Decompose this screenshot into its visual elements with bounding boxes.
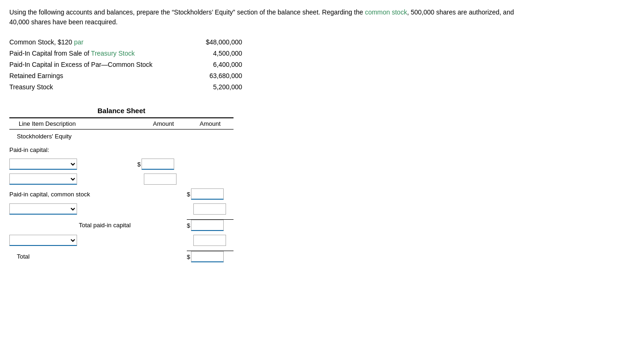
total-row: Total $ <box>9 249 234 264</box>
par-link[interactable]: par <box>74 38 84 46</box>
amount-col-4 <box>187 203 234 215</box>
dropdown-3[interactable] <box>9 203 77 215</box>
total-label: Total <box>9 253 134 260</box>
amount-col-5: $ <box>187 219 234 231</box>
amount-input-4[interactable] <box>193 203 226 215</box>
dropdown-col-2 <box>9 173 134 185</box>
intro-paragraph: Using the following accounts and balance… <box>9 7 523 27</box>
amount-col-7: $ <box>187 251 234 262</box>
intro-text-before: Using the following accounts and balance… <box>9 8 365 16</box>
dropdown-4[interactable] <box>9 235 77 246</box>
dropdown-col-3 <box>9 203 134 215</box>
total-paid-in-label: Total paid-in capital <box>9 222 134 229</box>
stockholders-equity-row: Stockholders' Equity <box>9 130 234 143</box>
table-row: Treasury Stock 5,200,000 <box>9 81 246 93</box>
header-description: Line Item Description <box>9 120 140 127</box>
amount-input-2[interactable] <box>144 173 177 185</box>
account-label-1: Common Stock, $120 par <box>9 36 190 48</box>
account-label-2: Paid-In Capital from Sale of Treasury St… <box>9 48 190 59</box>
account-amount-1: $48,000,000 <box>190 36 246 48</box>
treasury-stock-link[interactable]: Treasury Stock <box>91 50 135 57</box>
dollar-sign-3: $ <box>187 191 190 198</box>
dollar-sign-5: $ <box>187 222 190 229</box>
amount-col-1: $ <box>137 159 184 170</box>
accounts-table: Common Stock, $120 par $48,000,000 Paid-… <box>9 36 246 93</box>
dropdown-2[interactable] <box>9 173 77 185</box>
paid-in-capital-label: Paid-in capital: <box>9 145 234 155</box>
amount-col-3: $ <box>187 188 234 200</box>
dropdown-row-1: $ <box>9 157 234 172</box>
amount-input-1[interactable] <box>142 159 174 170</box>
dropdown-row-3 <box>9 202 234 216</box>
account-amount-2: 4,500,000 <box>190 48 246 59</box>
dropdown-1[interactable] <box>9 159 77 170</box>
header-amount2: Amount <box>187 120 234 127</box>
bs-body: Stockholders' Equity Paid-in capital: $ <box>9 130 234 264</box>
balance-sheet-container: Balance Sheet Line Item Description Amou… <box>9 107 234 264</box>
amount-col-2 <box>137 173 184 185</box>
balance-sheet-title: Balance Sheet <box>9 107 234 118</box>
dollar-sign-7: $ <box>187 253 190 260</box>
bs-header-row: Line Item Description Amount Amount <box>9 118 234 130</box>
total-paid-in-row: Total paid-in capital $ <box>9 217 234 233</box>
account-amount-5: 5,200,000 <box>190 81 246 93</box>
account-label-5: Treasury Stock <box>9 81 190 93</box>
amount-input-5[interactable] <box>191 220 224 231</box>
table-row: Common Stock, $120 par $48,000,000 <box>9 36 246 48</box>
account-label-4: Retained Earnings <box>9 70 190 81</box>
account-amount-4: 63,680,000 <box>190 70 246 81</box>
dollar-sign-1: $ <box>137 161 141 168</box>
paid-in-common-label: Paid-in capital, common stock <box>9 191 134 198</box>
paid-in-common-stock-row: Paid-in capital, common stock $ <box>9 187 234 202</box>
table-row: Paid-In Capital from Sale of Treasury St… <box>9 48 246 59</box>
amount-input-6[interactable] <box>193 235 226 246</box>
table-row: Paid-In Capital in Excess of Par—Common … <box>9 59 246 70</box>
amount-input-3[interactable] <box>191 188 224 200</box>
dropdown-row-4 <box>9 233 234 248</box>
dropdown-col-1 <box>9 159 134 170</box>
header-amount1: Amount <box>140 120 187 127</box>
dropdown-row-2 <box>9 172 234 187</box>
amount-input-7[interactable] <box>191 251 224 262</box>
account-amount-3: 6,400,000 <box>190 59 246 70</box>
table-row: Retained Earnings 63,680,000 <box>9 70 246 81</box>
common-stock-link[interactable]: common stock <box>365 8 407 16</box>
amount-col-6 <box>187 235 234 246</box>
dropdown-col-4 <box>9 235 134 246</box>
stockholders-equity-label: Stockholders' Equity <box>9 131 234 141</box>
account-label-3: Paid-In Capital in Excess of Par—Common … <box>9 59 190 70</box>
paid-in-capital-row: Paid-in capital: <box>9 143 234 157</box>
